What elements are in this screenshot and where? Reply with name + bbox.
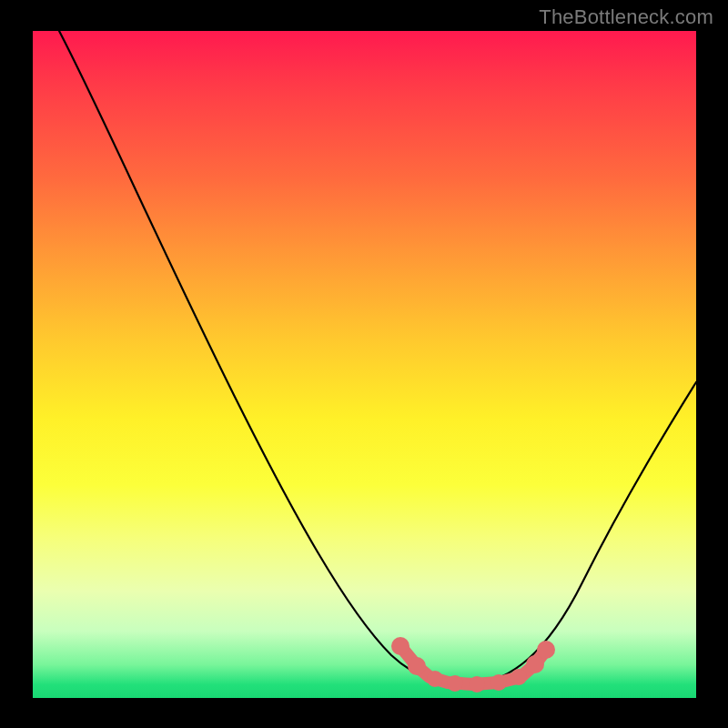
plot-gradient-background	[33, 31, 696, 698]
watermark-text: TheBottleneck.com	[539, 5, 713, 29]
chart-frame: TheBottleneck.com	[0, 0, 728, 728]
